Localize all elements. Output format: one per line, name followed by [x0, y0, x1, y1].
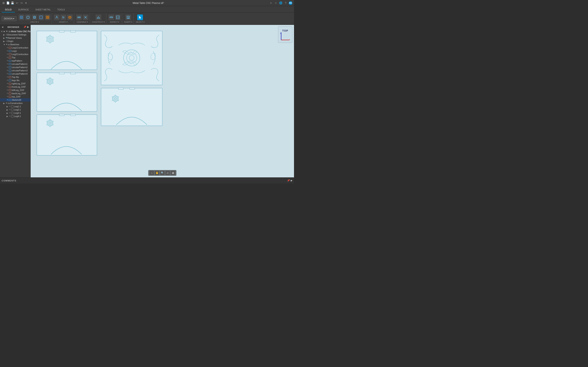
help-icon[interactable]: ? — [284, 1, 287, 5]
create-pattern-icon[interactable] — [45, 15, 51, 20]
leg41-expand[interactable]: ▶ — [7, 115, 9, 117]
select-cursor-icon[interactable] — [137, 15, 143, 20]
modify-group: fx MODIFY ▾ — [53, 13, 74, 24]
tree-doc-settings[interactable]: ▶ ⚙ Document Settings — [0, 33, 30, 36]
insert-icons — [125, 15, 131, 20]
viewcube-svg: X Z — [280, 32, 290, 40]
nav-home-icon[interactable]: ⌂ — [149, 171, 154, 175]
create-box-icon[interactable] — [25, 15, 31, 20]
origin-expand[interactable]: ▶ — [3, 40, 6, 42]
tab-sheet-metal[interactable]: SHEET METAL — [32, 7, 54, 12]
tree-leg31[interactable]: ▶ 👁 Leg3:1 — [0, 111, 30, 115]
modify-formula-icon[interactable]: fx — [61, 15, 66, 20]
modify-icons: fx — [54, 15, 73, 20]
nav-fit-icon[interactable]: ⊡ — [165, 171, 170, 175]
create-new-component-icon[interactable] — [18, 15, 24, 20]
sketches-expand[interactable]: ▼ — [3, 43, 6, 46]
assemble-motion-icon[interactable] — [83, 15, 88, 20]
modify-press-pull-icon[interactable] — [54, 15, 60, 20]
design-button[interactable]: DESIGN ▾ — [2, 16, 17, 21]
tree-leg41[interactable]: ▶ 👁 Leg4:1 — [0, 115, 30, 118]
construct-plane-icon[interactable] — [95, 15, 101, 20]
comments-expand-icon[interactable]: ▶ — [291, 179, 292, 182]
cp2-icon — [9, 67, 11, 68]
app-menu-icon[interactable]: ⊞ — [2, 1, 5, 5]
named-views-expand[interactable]: ▶ — [3, 37, 6, 39]
tree-toppattern[interactable]: 👁 topPattern — [0, 59, 30, 62]
cp4-icon — [9, 73, 11, 75]
collapse-icon[interactable]: ◀ — [2, 26, 3, 28]
modify-combine-icon[interactable] — [67, 15, 73, 20]
svg-text:❄: ❄ — [46, 76, 54, 87]
tree-rightleg[interactable]: 👁 rightLeg_DXF — [0, 82, 30, 85]
tree-cp1[interactable]: 👁 circularPattern1 — [0, 62, 30, 66]
toppattern-icon — [9, 60, 11, 62]
inspect-section-icon[interactable] — [115, 15, 121, 20]
nav-display-icon[interactable]: ▦ — [171, 171, 175, 175]
create-sketch-icon[interactable] — [38, 15, 44, 20]
tree-named-views[interactable]: ▶ 📷 Named Views — [0, 36, 30, 40]
tree-frontleg[interactable]: 👁 frontLeg_DXF — [0, 85, 30, 89]
tree-cp3[interactable]: 👁 circularPattern3 — [0, 69, 30, 72]
tree-cp2[interactable]: 👁 circularPattern2 — [0, 66, 30, 69]
leg21-expand[interactable]: ▶ — [7, 109, 9, 111]
insert-icon[interactable] — [125, 15, 131, 20]
canvas-viewport[interactable]: ❄ ❄ ❄ — [31, 25, 294, 177]
nav-zoom-icon[interactable]: 🔍 — [160, 171, 164, 175]
tree-leg11[interactable]: ▶ 👁 Leg1:1 — [0, 105, 30, 108]
view-cube[interactable]: TOP X Z — [278, 26, 292, 43]
tree-leftleg[interactable]: 👁 leftLeg_DXF — [0, 89, 30, 92]
svg-text:❄: ❄ — [111, 93, 120, 105]
comments-bar: COMMENTS 📌 ▶ — [0, 177, 294, 184]
undo-icon[interactable]: ↩ — [15, 1, 19, 5]
nav-pan-icon[interactable]: ✋ — [155, 171, 159, 175]
tree-construction[interactable]: ▶ 👁 🗁 Construction — [0, 101, 30, 105]
tree-backleg[interactable]: 👁 backLeg_DXF — [0, 92, 30, 95]
tree-cp4[interactable]: 👁 circularPattern4 — [0, 72, 30, 75]
tab-tools[interactable]: TOOLS — [54, 7, 68, 12]
tree-leg1c[interactable]: 👁 Leg1Contruction — [0, 46, 30, 49]
tree-backleg-label: backLeg_DXF — [12, 92, 26, 95]
construction-expand[interactable]: ▶ — [3, 102, 6, 104]
pin-icon[interactable]: 📌 — [24, 26, 26, 28]
frontleg-icon — [9, 86, 11, 88]
tree-sketch28[interactable]: 👁 Sketch28 — [0, 98, 30, 101]
save-icon[interactable]: 💾 — [11, 1, 14, 5]
construct-icons — [95, 15, 101, 20]
tab-surface[interactable]: SURFACE — [15, 7, 32, 12]
tree-leg2c[interactable]: 👁 Leg2Contruction — [0, 53, 30, 56]
comments-pin-icon[interactable]: 📌 — [287, 179, 290, 182]
tree-origin[interactable]: ▶ ✦ Origin — [0, 40, 30, 43]
more-icon[interactable]: ▾ — [24, 1, 28, 5]
tree-sketches[interactable]: ▼ 👁 🗁 Sketches — [0, 43, 30, 46]
assemble-joint-icon[interactable] — [76, 15, 82, 20]
tab-solid[interactable]: SOLID — [2, 7, 15, 12]
tree-legsfits[interactable]: 👁 legs fits — [0, 79, 30, 82]
redo-icon[interactable]: ↪ — [20, 1, 23, 5]
leg11-expand[interactable]: ▶ — [7, 105, 9, 108]
svg-text:❄: ❄ — [45, 33, 55, 46]
doc-expand[interactable]: ▶ — [3, 34, 6, 36]
tree-root-label: Metal Table CNC Plasma v8 — [11, 30, 30, 33]
tree-leg21[interactable]: ▶ 👁 Leg2:1 — [0, 108, 30, 111]
file-menu-icon[interactable]: 📄 — [6, 1, 10, 5]
create-cylinder-icon[interactable] — [32, 15, 37, 20]
svg-point-10 — [46, 16, 47, 17]
tree-leg1[interactable]: 👁 Leg1 — [0, 49, 30, 53]
assemble-icons — [76, 15, 88, 20]
construction-folder-icon: 🗁 — [8, 102, 10, 104]
inspect-measure-icon[interactable] — [108, 15, 114, 20]
tree-topdxf[interactable]: 👁 top_DXF — [0, 95, 30, 98]
legsfits-icon — [9, 80, 11, 81]
browser-icon[interactable]: 🌐 — [279, 1, 283, 5]
tree-topfits[interactable]: 👁 Top fits — [0, 75, 30, 79]
tree-root[interactable]: ▼ ● 👁 🗁 Metal Table CNC Plasma v8 ✏ — [0, 30, 30, 33]
leg31-expand[interactable]: ▶ — [7, 112, 9, 114]
add-tab-icon[interactable]: + — [274, 1, 278, 5]
close-icon[interactable]: × — [269, 1, 273, 5]
root-expand[interactable]: ▼ — [1, 30, 3, 33]
tree-top[interactable]: 👁 Top — [0, 56, 30, 59]
expand-sidebar-icon[interactable]: ▶ — [27, 26, 29, 28]
user-avatar[interactable]: AE — [289, 1, 292, 5]
tree-sketches-label: Sketches — [10, 43, 19, 46]
